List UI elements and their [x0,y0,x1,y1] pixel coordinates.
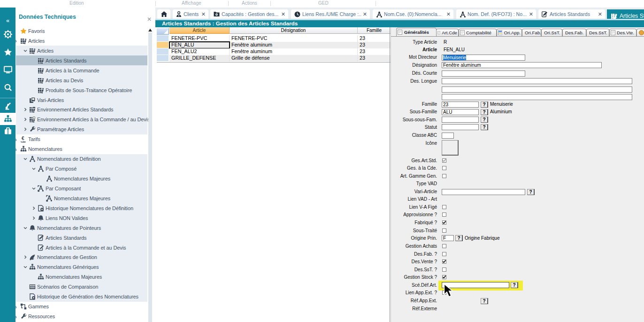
svg-text:€: € [22,136,24,141]
